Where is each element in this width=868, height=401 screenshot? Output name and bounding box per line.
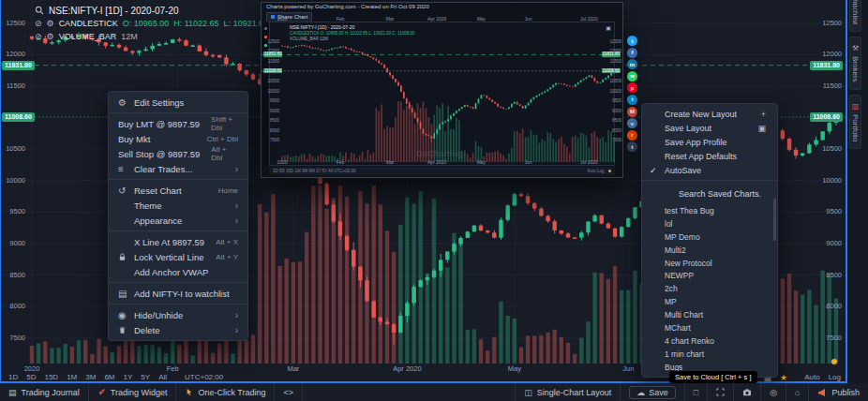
expand-icon-button[interactable] [707, 383, 733, 401]
price-tick-label: 12500 [1, 20, 25, 27]
layout-menu-item[interactable]: Reset App Defaults [642, 149, 777, 163]
layout-menu-item[interactable]: ✓AutoSave [642, 163, 777, 177]
auto-toggle[interactable]: Auto [804, 373, 819, 381]
layout-menu-item[interactable]: Create New Layout+ [642, 107, 777, 121]
saved-chart-item[interactable]: 4 chart Renko [642, 334, 777, 348]
timeframe-button[interactable]: 5Y [141, 373, 150, 381]
preview-price-label: 10500 [609, 79, 621, 83]
social-vk-icon[interactable]: v [627, 118, 637, 128]
trading-journal-button[interactable]: ▤Trading Journal [0, 383, 89, 401]
social-telegram-icon[interactable]: t [627, 95, 637, 105]
social-whatsapp-icon[interactable]: w [627, 71, 637, 82]
chevron-right-icon: › [235, 200, 238, 211]
context-menu-item[interactable]: Add Anchor VWAP [109, 264, 247, 279]
search-saved-charts[interactable]: Search Saved Charts. [642, 184, 777, 204]
saved-chart-item[interactable]: New Protocol [642, 257, 777, 270]
chevron-right-icon: › [235, 164, 238, 174]
eye-off-icon[interactable]: ⊘ [35, 19, 42, 28]
context-menu-item[interactable]: ≡Clear Trades...› [109, 161, 247, 176]
timeframe-button[interactable]: 3M [85, 373, 96, 381]
social-linkedin-icon[interactable]: in [627, 59, 637, 69]
log-toggle[interactable]: Log [829, 373, 841, 381]
price-tick-label: 9500 [1, 208, 25, 215]
one-click-trading-button[interactable]: One-Click Trading [176, 383, 275, 401]
saved-chart-item[interactable]: test Thea Bug [642, 204, 777, 217]
context-menu-item[interactable]: Delete› [109, 322, 247, 337]
code-icon-button[interactable]: <> [275, 383, 303, 401]
camera-icon-button[interactable] [733, 383, 760, 401]
context-menu-item[interactable]: Appearance› [109, 213, 247, 228]
target-icon-button[interactable]: ◎ [760, 383, 786, 401]
gear-icon[interactable]: ⚙ [47, 32, 54, 41]
star-icon[interactable]: ★ [780, 373, 787, 382]
social-reddit-icon[interactable]: r [627, 130, 637, 141]
eye-off-icon[interactable]: ⊘ [35, 32, 42, 41]
save-button[interactable]: ☁Save [620, 383, 684, 401]
square-icon-button[interactable]: □ [684, 383, 707, 401]
timeframe-button[interactable]: All [158, 373, 167, 381]
saved-chart-item[interactable]: 1 min chart [642, 348, 777, 361]
social-pinterest-icon[interactable]: p [627, 82, 637, 93]
context-menu-item[interactable]: Lock Vertical LineAlt + Y [109, 249, 247, 264]
context-menu-item[interactable]: Theme› [109, 198, 247, 213]
bank-icon-button[interactable]: ⌂ [786, 383, 808, 401]
saved-chart-item[interactable]: MChart [642, 321, 777, 334]
context-menu-item[interactable]: Buy MktCtrl + Dbl [109, 131, 247, 146]
single-chart-layout-button[interactable]: ◫Single-Chart Layout [515, 383, 620, 401]
saved-chart-item[interactable]: Multi Chart [642, 308, 777, 321]
saved-chart-item[interactable]: MP [642, 295, 777, 308]
sidebar-tab-portfolio[interactable]: ▥Portfolio [849, 95, 861, 149]
zoom-icon[interactable] [35, 6, 44, 15]
timeframe-button[interactable]: 15D [44, 373, 58, 381]
social-gmail-icon[interactable]: M [627, 107, 637, 117]
share-chart-tab[interactable]: Share Chart [266, 12, 312, 22]
saved-chart-item[interactable]: 2ch [642, 282, 777, 295]
social-twitter-icon[interactable]: t [627, 36, 637, 46]
timeframe-button[interactable]: 6M [104, 373, 114, 381]
menu-item-label: Add NIFTY-I to watchlist [134, 289, 238, 299]
copy-image-icon[interactable]: ▣ [606, 24, 611, 31]
context-menu-item[interactable]: X Line At 9897.59Alt + X [109, 234, 247, 249]
preview-price-label: 12500 [609, 39, 621, 44]
gear-icon[interactable]: ⚙ [47, 19, 54, 28]
check-icon: ✓ [650, 166, 657, 175]
context-menu-item[interactable]: ▤Add NIFTY-I to watchlist [109, 286, 247, 301]
context-menu-item[interactable]: Buy LMT @ 9897.59Shift + Dbl [109, 116, 247, 131]
preview-time-label: Jul 2020 [580, 16, 598, 22]
menu-item-label: Save Layout [665, 124, 711, 133]
saved-chart-item[interactable]: NEWPP [642, 269, 777, 282]
saved-chart-item[interactable]: lol [642, 217, 777, 230]
context-menu-item[interactable]: Sell Stop @ 9897.59Alt + Dbl [109, 146, 247, 161]
social-tumblr-icon[interactable]: t [627, 141, 637, 152]
context-menu-item[interactable]: ↺Reset ChartHome [109, 183, 247, 198]
price-tick-label: 10500 [1, 145, 25, 153]
timeframe-button[interactable]: 1D [8, 373, 18, 381]
context-menu-item[interactable]: ◉Hide/Unhide› [109, 307, 247, 322]
menu-item-shortcut: Alt + X [216, 238, 238, 246]
menu-separator [109, 112, 247, 113]
saved-chart-item[interactable]: Multi2 [642, 244, 777, 257]
context-menu-item[interactable]: ⚙Edit Settings [109, 95, 247, 110]
timeframe-button[interactable]: 5D [26, 373, 36, 381]
social-facebook-icon[interactable]: f [627, 48, 637, 58]
layout-menu-item[interactable]: Save Layout▣ [642, 121, 777, 135]
sidebar-tab-brokers[interactable]: ⚒Brokers [849, 37, 861, 90]
saved-chart-item[interactable]: MP Demo [642, 230, 777, 244]
menu-item-label: Buy Mkt [118, 134, 195, 144]
timeframe-button[interactable]: 1M [67, 373, 77, 381]
preview-price-label: 12500 [267, 39, 279, 44]
publish-button[interactable]: Publish [808, 383, 868, 401]
save-button-box: ☁Save [629, 386, 676, 399]
preview-time-label: May [477, 159, 486, 165]
code-icon: <> [283, 388, 293, 397]
menu-item-label: Reset Chart [134, 186, 207, 196]
trading-widget-button[interactable]: Trading Widget [89, 383, 177, 401]
timezone-button[interactable]: UTC+02:00 [185, 373, 223, 381]
layout-menu-item[interactable]: Save App Profile [642, 135, 777, 149]
menu-item-label: AutoSave [665, 166, 701, 175]
timeframe-button[interactable]: 1Y [124, 373, 133, 381]
sidebar-tab-watchlist[interactable]: Watchlist [849, 0, 861, 32]
scrollbar-thumb[interactable] [773, 198, 776, 241]
preview-price-label: 7500 [267, 138, 279, 142]
menu-item-label: Theme [134, 200, 224, 211]
